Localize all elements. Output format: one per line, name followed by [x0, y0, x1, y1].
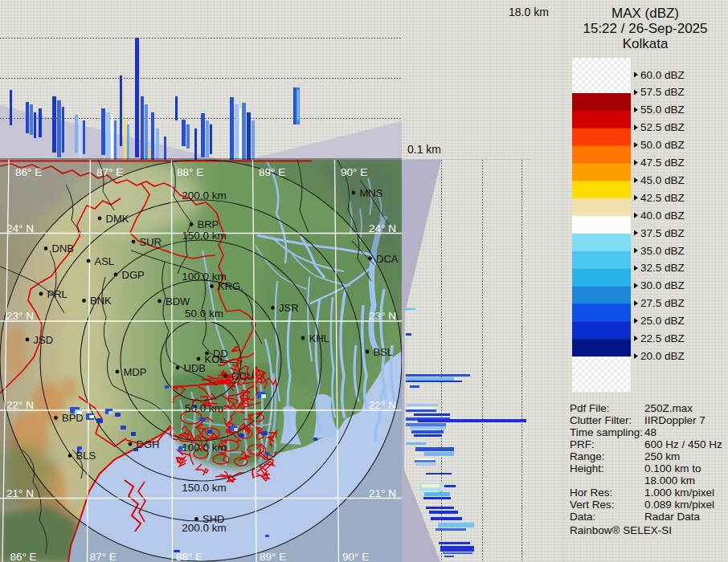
- svg-text:MNS: MNS: [360, 187, 383, 199]
- svg-text:KOL: KOL: [205, 353, 226, 365]
- svg-text:32.5 dBZ: 32.5 dBZ: [640, 262, 685, 274]
- svg-text:JSR: JSR: [279, 302, 299, 314]
- svg-text:18.000 km: 18.000 km: [644, 474, 695, 487]
- svg-text:15:22 / 26-Sep-2025: 15:22 / 26-Sep-2025: [583, 21, 707, 36]
- svg-text:150.0 km: 150.0 km: [182, 230, 227, 242]
- svg-text:27.5 dBZ: 27.5 dBZ: [640, 297, 685, 309]
- svg-text:22° N: 22° N: [6, 399, 34, 411]
- svg-text:90° E: 90° E: [342, 551, 369, 562]
- svg-text:MAX (dBZ): MAX (dBZ): [611, 6, 679, 21]
- svg-text:Range:: Range:: [570, 450, 605, 462]
- svg-text:50.0 km: 50.0 km: [185, 307, 223, 320]
- svg-text:PRL: PRL: [47, 288, 67, 300]
- svg-text:21° N: 21° N: [6, 487, 34, 499]
- svg-text:Clutter Filter:: Clutter Filter:: [570, 414, 632, 426]
- svg-text:ASL: ASL: [95, 255, 115, 267]
- svg-text:37.5 dBZ: 37.5 dBZ: [640, 227, 685, 239]
- svg-text:BLS: BLS: [76, 450, 96, 462]
- svg-text:UDB: UDB: [184, 362, 206, 374]
- svg-text:87° E: 87° E: [90, 551, 117, 562]
- svg-text:40.0 dBZ: 40.0 dBZ: [640, 210, 685, 222]
- svg-text:88° E: 88° E: [177, 166, 203, 178]
- svg-text:21° N: 21° N: [369, 487, 396, 499]
- svg-text:200.0 km: 200.0 km: [182, 522, 227, 534]
- svg-text:90° E: 90° E: [341, 166, 367, 178]
- svg-text:200.0 km: 200.0 km: [182, 189, 227, 202]
- svg-text:23° N: 23° N: [369, 310, 396, 322]
- svg-text:BNK: BNK: [90, 295, 112, 307]
- svg-text:23° N: 23° N: [6, 310, 34, 322]
- svg-text:47.5 dBZ: 47.5 dBZ: [640, 157, 685, 169]
- svg-text:150.0 km: 150.0 km: [182, 482, 227, 494]
- svg-text:24° N: 24° N: [369, 222, 396, 234]
- svg-text:Radar Data: Radar Data: [644, 511, 701, 523]
- svg-text:18.0 km: 18.0 km: [509, 6, 549, 18]
- svg-text:22° N: 22° N: [369, 399, 396, 411]
- svg-text:0.100 km to: 0.100 km to: [644, 462, 701, 474]
- svg-text:250Z.max: 250Z.max: [644, 402, 693, 414]
- svg-text:Data:: Data:: [570, 511, 595, 523]
- svg-text:86° E: 86° E: [10, 551, 36, 562]
- svg-text:25.0 dBZ: 25.0 dBZ: [640, 315, 685, 327]
- svg-text:50.0 km: 50.0 km: [185, 402, 223, 414]
- svg-text:0.089 km/pixel: 0.089 km/pixel: [644, 499, 714, 511]
- svg-text:1.000 km/pixel: 1.000 km/pixel: [644, 487, 714, 499]
- svg-text:88° E: 88° E: [176, 551, 202, 562]
- svg-text:DCA: DCA: [376, 253, 399, 265]
- svg-text:250 km: 250 km: [644, 450, 680, 462]
- svg-text:DNB: DNB: [52, 242, 74, 255]
- svg-text:35.0 dBZ: 35.0 dBZ: [640, 245, 685, 257]
- svg-text:100.0 km: 100.0 km: [182, 442, 227, 454]
- svg-text:DGH: DGH: [137, 438, 160, 450]
- svg-text:20.0 dBZ: 20.0 dBZ: [640, 350, 685, 362]
- svg-text:PRF:: PRF:: [570, 438, 595, 450]
- svg-text:BDW: BDW: [166, 295, 190, 307]
- svg-text:600 Hz / 450 Hz: 600 Hz / 450 Hz: [644, 438, 722, 450]
- svg-text:89° E: 89° E: [260, 551, 286, 562]
- svg-text:DGP: DGP: [122, 269, 145, 281]
- svg-text:Vert Res:: Vert Res:: [570, 499, 615, 511]
- svg-text:24° N: 24° N: [6, 222, 34, 234]
- svg-text:BPD: BPD: [62, 412, 84, 424]
- svg-text:Kolkata: Kolkata: [623, 36, 669, 51]
- svg-text:Hor Res:: Hor Res:: [570, 487, 612, 499]
- svg-text:Height:: Height:: [570, 462, 604, 474]
- svg-text:Rainbow® SELEX-SI: Rainbow® SELEX-SI: [570, 524, 672, 536]
- svg-text:60.0 dBZ: 60.0 dBZ: [640, 69, 685, 81]
- svg-text:48: 48: [644, 426, 656, 438]
- svg-text:0.1 km: 0.1 km: [407, 143, 441, 156]
- svg-text:89° E: 89° E: [259, 166, 285, 178]
- svg-text:50.0 dBZ: 50.0 dBZ: [640, 139, 685, 151]
- svg-text:87° E: 87° E: [96, 166, 123, 178]
- svg-text:42.5 dBZ: 42.5 dBZ: [640, 192, 685, 204]
- svg-text:55.0 dBZ: 55.0 dBZ: [640, 104, 685, 116]
- svg-text:100.0 km: 100.0 km: [182, 271, 227, 283]
- svg-text:KHL: KHL: [309, 332, 329, 344]
- svg-text:SUR: SUR: [140, 236, 162, 248]
- svg-text:CCU: CCU: [231, 370, 254, 382]
- svg-text:DMK: DMK: [106, 213, 129, 225]
- svg-text:57.5 dBZ: 57.5 dBZ: [640, 86, 685, 98]
- svg-text:45.0 dBZ: 45.0 dBZ: [640, 174, 685, 186]
- svg-text:MDP: MDP: [124, 366, 147, 378]
- svg-text:Time sampling:: Time sampling:: [570, 426, 643, 438]
- svg-text:IIRDoppler 7: IIRDoppler 7: [644, 414, 706, 426]
- svg-text:Pdf File:: Pdf File:: [570, 402, 610, 414]
- svg-text:52.5 dBZ: 52.5 dBZ: [640, 121, 685, 133]
- svg-text:BSL: BSL: [374, 346, 394, 358]
- svg-text:30.0 dBZ: 30.0 dBZ: [640, 279, 685, 291]
- svg-text:22.5 dBZ: 22.5 dBZ: [640, 332, 685, 344]
- svg-text:JSD: JSD: [34, 334, 54, 346]
- svg-text:86° E: 86° E: [15, 166, 42, 178]
